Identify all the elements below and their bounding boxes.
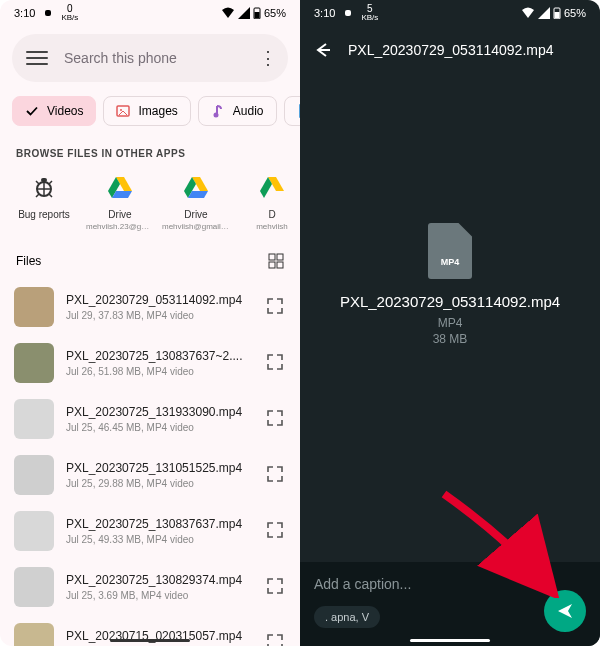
expand-icon[interactable]: [266, 577, 286, 597]
file-list[interactable]: PXL_20230729_053114092.mp4 Jul 29, 37.83…: [0, 279, 300, 646]
filter-chips: Videos Images Audio Doc: [0, 90, 300, 136]
file-meta: Jul 25, 3.69 MB, MP4 video: [66, 590, 254, 601]
svg-rect-7: [41, 178, 47, 182]
chip-documents[interactable]: Doc: [284, 96, 300, 126]
svg-rect-8: [269, 254, 275, 260]
preview-file-size: 38 MB: [433, 332, 468, 346]
svg-rect-2: [254, 12, 259, 19]
network-speed: 5KB/s: [361, 4, 378, 22]
file-thumbnail: [14, 399, 54, 439]
svg-rect-10: [269, 262, 275, 268]
svg-rect-0: [45, 10, 51, 16]
drive-icon: [106, 173, 134, 201]
image-icon: [116, 104, 130, 118]
more-icon[interactable]: ⋮: [256, 47, 280, 69]
caption-input[interactable]: Add a caption...: [314, 576, 586, 592]
nav-pill: [410, 639, 490, 642]
file-thumbnail: [14, 567, 54, 607]
wifi-icon: [521, 7, 535, 19]
file-name: PXL_20230729_053114092.mp4: [66, 293, 254, 307]
chip-images[interactable]: Images: [103, 96, 190, 126]
file-meta: Jul 25, 29.88 MB, MP4 video: [66, 478, 254, 489]
app-drive-2[interactable]: Drive mehviish@gmail.c...: [158, 173, 234, 231]
drive-icon: [258, 173, 286, 201]
battery-percent: 65%: [264, 7, 286, 19]
recipient-chip[interactable]: . apna, V: [314, 606, 380, 628]
app-partial[interactable]: D mehviish: [234, 173, 300, 231]
expand-icon[interactable]: [266, 353, 286, 373]
file-name: PXL_20230725_130829374.mp4: [66, 573, 254, 587]
file-meta: Jul 25, 46.45 MB, MP4 video: [66, 422, 254, 433]
preview-header: PXL_20230729_053114092.mp4: [300, 26, 600, 74]
search-bar[interactable]: Search this phone ⋮: [12, 34, 288, 82]
battery-percent: 65%: [564, 7, 586, 19]
file-thumbnail: [14, 343, 54, 383]
menu-icon[interactable]: [26, 51, 48, 65]
caption-area: Add a caption... . apna, V: [300, 562, 600, 646]
file-preview: MP4 PXL_20230729_053114092.mp4 MP4 38 MB: [300, 74, 600, 494]
file-row[interactable]: PXL_20230729_053114092.mp4 Jul 29, 37.83…: [0, 279, 300, 335]
file-meta: Jul 25, 49.33 MB, MP4 video: [66, 534, 254, 545]
file-name: PXL_20230725_130837637~2....: [66, 349, 254, 363]
chip-videos[interactable]: Videos: [12, 96, 96, 126]
grid-view-icon[interactable]: [268, 253, 284, 269]
svg-point-4: [120, 109, 122, 111]
files-header: Files: [0, 243, 300, 279]
expand-icon[interactable]: [266, 409, 286, 429]
battery-icon: [253, 7, 261, 19]
check-icon: [25, 104, 39, 118]
svg-rect-9: [277, 254, 283, 260]
signal-icon: [238, 7, 250, 19]
chip-audio[interactable]: Audio: [198, 96, 277, 126]
status-bar: 3:10 0KB/s 65%: [0, 0, 300, 26]
file-meta: Jul 26, 51.98 MB, MP4 video: [66, 366, 254, 377]
status-time: 3:10: [314, 7, 335, 19]
expand-icon[interactable]: [266, 521, 286, 541]
svg-point-5: [213, 113, 218, 118]
back-icon[interactable]: [312, 40, 332, 60]
nav-pill: [110, 639, 190, 642]
browse-apps-label: BROWSE FILES IN OTHER APPS: [0, 136, 300, 167]
app-drive-1[interactable]: Drive mehviish.23@gma...: [82, 173, 158, 231]
preview-file-type: MP4: [438, 316, 463, 330]
files-label: Files: [16, 254, 41, 268]
status-bar: 3:10 5KB/s 65%: [300, 0, 600, 26]
file-name: PXL_20230725_131051525.mp4: [66, 461, 254, 475]
file-picker-screen: 3:10 0KB/s 65% Search this phone ⋮ Video…: [0, 0, 300, 646]
file-row[interactable]: PXL_20230725_130837637~2.... Jul 26, 51.…: [0, 335, 300, 391]
apps-row: Bug reports Drive mehviish.23@gma... Dri…: [0, 167, 300, 243]
send-button[interactable]: [544, 590, 586, 632]
file-thumbnail: [14, 511, 54, 551]
file-row[interactable]: PXL_20230725_130837637.mp4 Jul 25, 49.33…: [0, 503, 300, 559]
status-dot-icon: [343, 8, 353, 18]
file-row[interactable]: PXL_20230725_130829374.mp4 Jul 25, 3.69 …: [0, 559, 300, 615]
status-dot-icon: [43, 8, 53, 18]
expand-icon[interactable]: [266, 297, 286, 317]
audio-icon: [211, 104, 225, 118]
file-thumbnail: [14, 287, 54, 327]
svg-rect-11: [277, 262, 283, 268]
svg-rect-12: [345, 10, 351, 16]
file-thumbnail: [14, 623, 54, 646]
file-type-icon: MP4: [428, 223, 472, 279]
status-time: 3:10: [14, 7, 35, 19]
whatsapp-send-screen: 3:10 5KB/s 65% PXL_20230729_053114092.mp…: [300, 0, 600, 646]
drive-icon: [182, 173, 210, 201]
file-meta: Jul 29, 37.83 MB, MP4 video: [66, 310, 254, 321]
network-speed: 0KB/s: [61, 4, 78, 22]
file-row[interactable]: PXL_20230725_131933090.mp4 Jul 25, 46.45…: [0, 391, 300, 447]
expand-icon[interactable]: [266, 633, 286, 646]
header-title: PXL_20230729_053114092.mp4: [348, 42, 588, 58]
preview-file-name: PXL_20230729_053114092.mp4: [320, 293, 580, 310]
signal-icon: [538, 7, 550, 19]
expand-icon[interactable]: [266, 465, 286, 485]
search-placeholder: Search this phone: [64, 50, 256, 66]
app-bug-reports[interactable]: Bug reports: [6, 173, 82, 231]
file-row[interactable]: PXL_20230725_131051525.mp4 Jul 25, 29.88…: [0, 447, 300, 503]
file-name: PXL_20230725_130837637.mp4: [66, 517, 254, 531]
battery-icon: [553, 7, 561, 19]
file-thumbnail: [14, 455, 54, 495]
send-icon: [555, 601, 575, 621]
wifi-icon: [221, 7, 235, 19]
file-name: PXL_20230725_131933090.mp4: [66, 405, 254, 419]
